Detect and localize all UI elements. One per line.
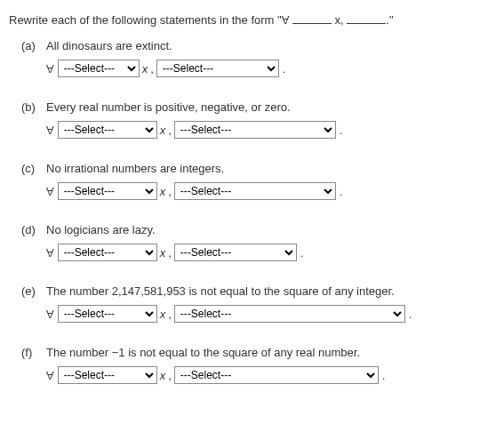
problem-e-statement: The number 2,147,581,953 is not equal to… bbox=[46, 284, 471, 298]
problem-a-label: (a) bbox=[21, 39, 46, 52]
period: . bbox=[300, 246, 304, 260]
forall-symbol: A bbox=[46, 308, 54, 321]
comma: , bbox=[168, 308, 172, 321]
period: . bbox=[340, 185, 343, 198]
problem-e-select-2[interactable]: ---Select--- bbox=[174, 305, 405, 323]
x-variable: x bbox=[160, 369, 166, 382]
problem-c-statement: No irrational numbers are integers. bbox=[46, 162, 471, 175]
comma: , bbox=[168, 246, 172, 260]
x-variable: x bbox=[142, 62, 148, 76]
x-variable: x bbox=[160, 124, 166, 137]
problem-c-label: (c) bbox=[21, 162, 46, 175]
forall-symbol: A bbox=[46, 124, 54, 137]
problem-b-select-1[interactable]: ---Select--- bbox=[58, 121, 157, 139]
problem-d-label: (d) bbox=[21, 223, 46, 236]
comma: , bbox=[168, 185, 172, 198]
problem-e-select-1[interactable]: ---Select--- bbox=[58, 305, 157, 323]
problem-f-statement: The number −1 is not equal to the square… bbox=[46, 346, 471, 359]
forall-symbol: A bbox=[46, 246, 54, 260]
problem-a-select-1[interactable]: ---Select--- bbox=[58, 60, 140, 77]
problem-f-select-2[interactable]: ---Select--- bbox=[174, 366, 379, 384]
forall-symbol: A bbox=[46, 62, 54, 76]
instruction-end: ." bbox=[386, 13, 393, 27]
problem-d-select-1[interactable]: ---Select--- bbox=[58, 244, 157, 261]
blank-2 bbox=[347, 12, 386, 24]
problem-c-select-2[interactable]: ---Select--- bbox=[174, 182, 336, 200]
problem-f: (f) The number −1 is not equal to the sq… bbox=[9, 346, 471, 384]
forall-symbol: A bbox=[282, 13, 290, 27]
period: . bbox=[340, 124, 343, 137]
problem-b-select-2[interactable]: ---Select--- bbox=[174, 121, 336, 139]
problem-b-statement: Every real number is positive, negative,… bbox=[46, 100, 471, 114]
problem-d-select-2[interactable]: ---Select--- bbox=[174, 244, 297, 261]
problem-f-label: (f) bbox=[21, 346, 46, 359]
forall-symbol: A bbox=[46, 185, 54, 198]
problem-d: (d) No logicians are lazy. A ---Select--… bbox=[9, 223, 471, 261]
forall-symbol: A bbox=[46, 369, 54, 382]
comma: , bbox=[168, 369, 172, 382]
instruction-text: Rewrite each of the following statements… bbox=[9, 12, 471, 27]
problem-d-statement: No logicians are lazy. bbox=[46, 223, 471, 236]
period: . bbox=[409, 308, 412, 321]
comma: , bbox=[150, 62, 154, 76]
period: . bbox=[283, 62, 286, 76]
x-variable: x bbox=[160, 308, 166, 321]
x-variable: x bbox=[160, 246, 166, 260]
x-variable: x bbox=[160, 185, 166, 198]
problem-f-select-1[interactable]: ---Select--- bbox=[58, 366, 157, 384]
problem-b-label: (b) bbox=[21, 100, 46, 114]
instruction-mid: x, bbox=[332, 13, 347, 27]
problem-c-select-1[interactable]: ---Select--- bbox=[58, 182, 157, 200]
blank-1 bbox=[292, 12, 332, 24]
problem-e-label: (e) bbox=[21, 284, 46, 298]
instruction-pre: Rewrite each of the following statements… bbox=[9, 13, 282, 27]
problem-a: (a) All dinosaurs are extinct. A ---Sele… bbox=[9, 39, 471, 77]
comma: , bbox=[168, 124, 172, 137]
problem-e: (e) The number 2,147,581,953 is not equa… bbox=[9, 284, 471, 323]
problem-a-select-2[interactable]: ---Select--- bbox=[156, 60, 279, 77]
problem-a-statement: All dinosaurs are extinct. bbox=[46, 39, 471, 52]
problem-c: (c) No irrational numbers are integers. … bbox=[9, 162, 471, 200]
period: . bbox=[382, 369, 386, 382]
problem-b: (b) Every real number is positive, negat… bbox=[9, 100, 471, 139]
